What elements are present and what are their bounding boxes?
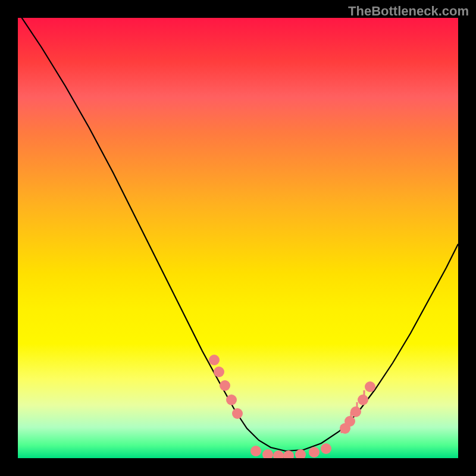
- watermark-text: TheBottleneck.com: [348, 4, 469, 19]
- data-marker: [214, 367, 224, 377]
- data-marker: [262, 449, 273, 458]
- left-markers-group: [209, 355, 243, 419]
- data-marker: [273, 450, 284, 458]
- data-marker: [350, 406, 361, 417]
- chart-svg: [18, 18, 458, 458]
- data-marker: [365, 381, 375, 392]
- outer-frame: TheBottleneck.com: [0, 0, 476, 476]
- plot-area: [18, 18, 458, 458]
- data-marker: [358, 394, 368, 405]
- data-marker: [209, 355, 220, 365]
- data-marker: [226, 394, 237, 405]
- data-marker: [283, 450, 294, 458]
- bottleneck-curve: [18, 18, 458, 451]
- data-marker: [220, 380, 230, 391]
- data-marker: [321, 443, 331, 454]
- data-marker: [232, 408, 243, 419]
- data-marker: [250, 446, 261, 456]
- data-marker: [309, 447, 320, 458]
